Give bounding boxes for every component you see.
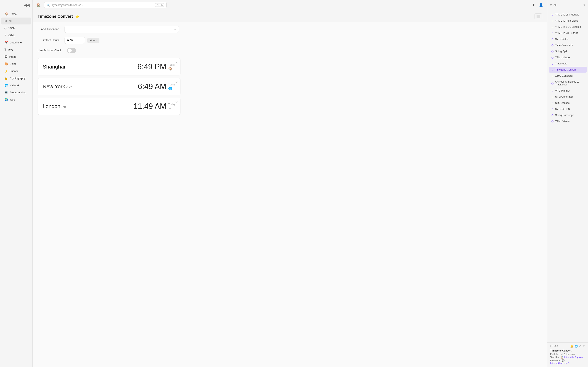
right-panel-footer: ℹ 1.0.0 🔔 🌐 ✓ ▼ Timezone Convert Publish… bbox=[547, 342, 588, 367]
user-button[interactable]: 👤 bbox=[538, 2, 544, 8]
timezone-select-wrapper: ▼ bbox=[65, 26, 179, 33]
panel-toggle-button[interactable]: ⬜ bbox=[535, 13, 542, 19]
24h-clock-row: Use 24 Hour Clock： bbox=[38, 48, 542, 53]
footer-feedback-row: Feedback: 💬 https://github.com/... bbox=[550, 359, 585, 364]
timezone-remove-button[interactable]: ✕ bbox=[175, 100, 178, 104]
sidebar-icon-web: 🌍 bbox=[4, 98, 8, 101]
topbar: 🏠 🔍 ⌘ + K ⬆ 👤 bbox=[33, 0, 547, 10]
footer-tool-title: Timezone Convert bbox=[550, 349, 585, 352]
panel-item-timezone-convert[interactable]: ◇ Timezone Convert bbox=[549, 67, 587, 73]
timezone-date: Today bbox=[168, 83, 175, 86]
timezone-type-icon: 🖥 bbox=[168, 106, 172, 110]
panel-item-string-unescape[interactable]: ◇ String Unescape bbox=[549, 112, 587, 118]
share-button[interactable]: ⬆ bbox=[531, 2, 536, 8]
24h-clock-toggle[interactable] bbox=[67, 48, 76, 53]
panel-item-label-yaml-sql-schema: YAML To SQL Schema bbox=[555, 25, 581, 28]
panel-item-string-split[interactable]: ◇ String Split bbox=[549, 48, 587, 54]
panel-item-icon-chinese-simplified: ◇ bbox=[552, 82, 553, 85]
search-icon: 🔍 bbox=[47, 3, 50, 7]
panel-item-icon-string-split: ◇ bbox=[552, 50, 553, 53]
panel-item-icon-url-decode: ◇ bbox=[552, 101, 553, 104]
timezone-card: Shanghai 6:49 PM Today 🏠 ✕ bbox=[38, 58, 181, 75]
footer-tool-link[interactable]: https://t.he3app.co... bbox=[564, 356, 585, 359]
panel-item-label-utm-generator: UTM Generator bbox=[555, 95, 573, 98]
sidebar-icon-encode: ⚡ bbox=[4, 69, 8, 73]
footer-detail: Timezone Convert Published at: 5 days ag… bbox=[550, 349, 585, 364]
panel-item-time-calculator[interactable]: ◇ Time Calculator bbox=[549, 42, 587, 48]
timezone-type-icon: 🏠 bbox=[168, 67, 172, 71]
panel-item-utm-generator[interactable]: ◇ UTM Generator bbox=[549, 94, 587, 100]
sidebar-item-encode[interactable]: ⚡ Encode bbox=[1, 67, 31, 75]
sidebar-item-datetime[interactable]: 📅 Date/Time bbox=[1, 39, 31, 46]
right-panel: ⊕ All ▼ ◇ YAML To Lim Module ◇ YAML To P… bbox=[547, 0, 588, 367]
sidebar-item-text[interactable]: T Text bbox=[1, 46, 31, 53]
add-timezone-row: Add Timezone： ▼ bbox=[38, 26, 542, 33]
timezone-card-right: 11:49 AM Today 🖥 bbox=[134, 102, 175, 111]
panel-item-chinese-simplified[interactable]: ◇ Chinese Simplified to Traditional bbox=[549, 79, 587, 87]
timezone-remove-button[interactable]: ✕ bbox=[175, 81, 178, 84]
panel-item-svg-to-jsx[interactable]: ◇ SVG To JSX bbox=[549, 36, 587, 42]
sidebar-label-encode: Encode bbox=[9, 69, 18, 73]
sidebar-item-image[interactable]: 🖼 Image bbox=[1, 53, 31, 60]
footer-check-icon[interactable]: ✓ bbox=[579, 345, 581, 348]
panel-item-svg-to-css[interactable]: ◇ SVG To CSS bbox=[549, 106, 587, 112]
panel-item-yaml-merge[interactable]: ◇ YAML Merge bbox=[549, 54, 587, 60]
panel-item-label-chinese-simplified: Chinese Simplified to Traditional bbox=[555, 80, 584, 86]
sidebar-item-home[interactable]: 🏠 Home bbox=[1, 10, 31, 17]
offset-hours-input[interactable] bbox=[65, 37, 85, 44]
timezone-cards: Shanghai 6:49 PM Today 🏠 ✕ New York-12h … bbox=[38, 58, 181, 117]
panel-item-label-time-calculator: Time Calculator bbox=[555, 44, 573, 47]
timezone-type-icon: 🌐 bbox=[168, 86, 172, 90]
footer-chevron-icon[interactable]: ▼ bbox=[582, 345, 585, 348]
search-input[interactable] bbox=[52, 3, 154, 7]
panel-item-yaml-cpp-struct[interactable]: ◇ YAML To C++ Struct bbox=[549, 30, 587, 36]
sidebar-item-cryptography[interactable]: 🔒 Cryptography bbox=[1, 75, 31, 82]
panel-item-label-svg-to-css: SVG To CSS bbox=[555, 108, 570, 110]
panel-item-label-url-decode: URL Decode bbox=[555, 101, 570, 104]
footer-bell-icon[interactable]: 🔔 bbox=[570, 345, 573, 348]
panel-item-yaml-sql-schema[interactable]: ◇ YAML To SQL Schema bbox=[549, 24, 587, 30]
panel-item-yaml-viewer[interactable]: ◇ YAML Viewer bbox=[549, 118, 587, 124]
footer-feedback-link[interactable]: https://github.com/... bbox=[550, 362, 571, 364]
sidebar-collapse-button[interactable]: ◀◀ bbox=[23, 2, 30, 8]
panel-dropdown-arrow-icon[interactable]: ▼ bbox=[583, 4, 586, 7]
panel-item-yaml-pike-class[interactable]: ◇ YAML To Pike Class bbox=[549, 18, 587, 24]
sidebar-item-web[interactable]: 🌍 Web bbox=[1, 96, 31, 103]
sidebar-icon-color: 🎨 bbox=[4, 62, 8, 66]
timezone-offset: -12h bbox=[66, 85, 72, 89]
right-panel-header: ⊕ All ▼ bbox=[547, 0, 588, 10]
sidebar-header: ◀◀ bbox=[0, 0, 33, 10]
sidebar-item-json[interactable]: {} JSON bbox=[1, 25, 31, 32]
timezone-select[interactable] bbox=[65, 26, 179, 33]
sidebar-item-all[interactable]: ⊞ All bbox=[1, 17, 31, 25]
offset-hours-label: Offset Hours： bbox=[38, 39, 62, 42]
footer-globe-icon[interactable]: 🌐 bbox=[575, 345, 578, 348]
panel-item-traceroute[interactable]: ◇ Traceroute bbox=[549, 60, 587, 67]
search-bar: 🔍 ⌘ + K bbox=[44, 2, 167, 8]
timezone-remove-button[interactable]: ✕ bbox=[175, 61, 178, 65]
sidebar-item-network[interactable]: 🌐 Network bbox=[1, 82, 31, 89]
timezone-meta: Today 🖥 bbox=[168, 103, 175, 110]
offset-hours-row: Offset Hours： Hours bbox=[38, 37, 542, 44]
panel-item-label-yaml-viewer: YAML Viewer bbox=[555, 120, 570, 123]
sidebar-item-yaml[interactable]: ≡ YAML bbox=[1, 32, 31, 39]
panel-item-icon-traceroute: ◇ bbox=[552, 62, 553, 65]
panel-item-x509-generator[interactable]: ◇ X509 Generator bbox=[549, 73, 587, 79]
sidebar-label-network: Network bbox=[9, 84, 19, 87]
home-button[interactable]: 🏠 bbox=[35, 2, 42, 8]
sidebar-item-programming[interactable]: 💻 Programming bbox=[1, 89, 31, 96]
panel-item-icon-svg-to-css: ◇ bbox=[552, 108, 553, 110]
panel-item-label-x509-generator: X509 Generator bbox=[555, 75, 573, 77]
panel-item-label-svg-to-jsx: SVG To JSX bbox=[555, 38, 569, 41]
sidebar-label-programming: Programming bbox=[9, 91, 26, 94]
panel-item-yaml-lim-module[interactable]: ◇ YAML To Lim Module bbox=[549, 12, 587, 17]
timezone-card-left: Shanghai bbox=[43, 64, 65, 70]
panel-item-vpc-planner[interactable]: ◇ VPC Planner bbox=[549, 88, 587, 94]
panel-item-url-decode[interactable]: ◇ URL Decode bbox=[549, 100, 587, 106]
timezone-city: Shanghai bbox=[43, 64, 65, 70]
sidebar-item-color[interactable]: 🎨 Color bbox=[1, 60, 31, 67]
sidebar-icon-yaml: ≡ bbox=[4, 34, 6, 37]
content-area: 🏠 🔍 ⌘ + K ⬆ 👤 Timezone Convert ⭐ ⬜ Add T… bbox=[33, 0, 547, 367]
add-timezone-label: Add Timezone： bbox=[38, 27, 62, 31]
favorite-button[interactable]: ⭐ bbox=[75, 14, 79, 19]
